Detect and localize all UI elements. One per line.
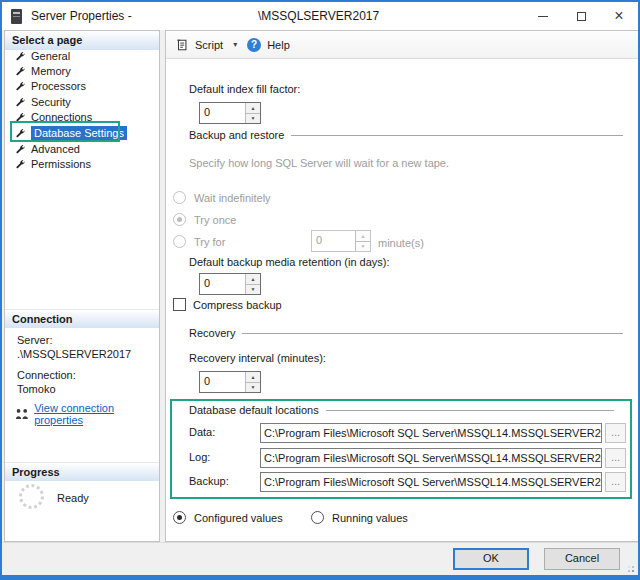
- maximize-icon: [577, 12, 586, 21]
- sidebar-item-label: Permissions: [31, 158, 91, 170]
- chevron-down-icon: ▾: [233, 40, 237, 49]
- radio-configured-values[interactable]: Configured values: [173, 511, 283, 524]
- spin-down-icon[interactable]: ▼: [246, 113, 260, 124]
- help-button[interactable]: ? Help: [247, 38, 290, 52]
- data-location-field[interactable]: C:\Program Files\Microsoft SQL Server\MS…: [260, 423, 602, 443]
- retention-spinner[interactable]: 0 ▲▼: [199, 273, 261, 295]
- spin-down-icon: ▼: [356, 241, 370, 252]
- view-connection-properties-label: View connection properties: [34, 402, 159, 426]
- sidebar-item-general[interactable]: General: [6, 48, 156, 64]
- window-title: Server Properties -: [31, 9, 132, 23]
- radio-try-for-label: Try for: [194, 236, 225, 248]
- wrench-icon: [15, 128, 26, 139]
- spin-up-icon[interactable]: ▲: [246, 372, 260, 382]
- radio-icon: [173, 213, 186, 226]
- sidebar-item-label: Memory: [31, 65, 71, 77]
- backup-location-label: Backup:: [189, 475, 229, 487]
- sidebar-item-label: Advanced: [31, 143, 80, 155]
- sidebar-item-label: Database Settings: [31, 126, 127, 140]
- sidebar-item-connections[interactable]: Connections: [6, 109, 156, 125]
- sidebar-item-advanced[interactable]: Advanced: [6, 141, 156, 157]
- fill-factor-spinner[interactable]: 0 ▲▼: [199, 102, 261, 124]
- group-divider: [291, 135, 623, 136]
- try-for-minutes-spinner: 0 ▲▼: [311, 230, 371, 252]
- toolbar: Script ▾ ? Help: [166, 31, 638, 59]
- radio-icon: [173, 511, 186, 524]
- footer: OK Cancel: [2, 542, 638, 575]
- radio-running-values[interactable]: Running values: [311, 511, 408, 524]
- script-button[interactable]: Script ▾: [175, 38, 241, 52]
- progress-header: Progress: [5, 462, 159, 481]
- server-icon: [11, 9, 22, 24]
- spinner-buttons: ▲▼: [245, 372, 260, 392]
- wrench-icon: [15, 81, 26, 92]
- help-button-label: Help: [267, 39, 290, 51]
- data-browse-button[interactable]: ...: [605, 423, 626, 443]
- ok-button[interactable]: OK: [453, 548, 529, 570]
- backup-browse-button[interactable]: ...: [605, 472, 626, 492]
- log-browse-button[interactable]: ...: [605, 448, 626, 468]
- close-button[interactable]: ×: [600, 2, 638, 30]
- wrench-icon: [15, 97, 26, 108]
- wrench-icon: [15, 51, 26, 62]
- running-values-label: Running values: [332, 512, 408, 524]
- sidebar-item-label: Security: [31, 96, 71, 108]
- sidebar-item-processors[interactable]: Processors: [6, 78, 156, 94]
- tape-hint-text: Specify how long SQL Server will wait fo…: [189, 157, 449, 169]
- radio-wait-label: Wait indefinitely: [194, 192, 271, 204]
- spin-down-icon[interactable]: ▼: [246, 284, 260, 295]
- checkbox-icon: [173, 298, 186, 311]
- radio-try-once-label: Try once: [194, 214, 236, 226]
- spin-down-icon[interactable]: ▼: [246, 382, 260, 393]
- compress-backup-label: Compress backup: [193, 299, 282, 311]
- compress-backup-checkbox[interactable]: Compress backup: [173, 298, 282, 311]
- sidebar-item-database-settings[interactable]: Database Settings: [6, 125, 156, 141]
- main-panel: Script ▾ ? Help Default index fill facto…: [165, 30, 639, 542]
- wrench-icon: [15, 144, 26, 155]
- log-location-field[interactable]: C:\Program Files\Microsoft SQL Server\MS…: [260, 448, 602, 468]
- configured-values-label: Configured values: [194, 512, 283, 524]
- fill-factor-label: Default index fill factor:: [189, 83, 300, 95]
- fill-factor-value: 0: [200, 103, 245, 123]
- connection-properties-icon: [15, 408, 29, 421]
- log-location-label: Log:: [189, 451, 210, 463]
- data-location-label: Data:: [189, 426, 215, 438]
- backup-restore-label: Backup and restore: [189, 129, 284, 141]
- retention-label: Default backup media retention (in days)…: [189, 256, 390, 268]
- cancel-button[interactable]: Cancel: [544, 548, 620, 570]
- minimize-button[interactable]: [524, 2, 562, 30]
- sidebar: Select a page General Memory Processors …: [4, 30, 160, 542]
- recovery-group-header: Recovery: [189, 327, 623, 339]
- radio-wait-indefinitely: Wait indefinitely: [173, 191, 271, 204]
- default-locations-group-header: Database default locations: [189, 404, 614, 416]
- backup-restore-group-header: Backup and restore: [189, 129, 623, 141]
- sidebar-item-label: General: [31, 50, 70, 62]
- server-label: Server:: [17, 334, 52, 346]
- script-button-label: Script: [195, 39, 223, 51]
- retention-value: 0: [200, 274, 245, 294]
- spin-up-icon: ▲: [356, 231, 370, 241]
- sidebar-item-label: Processors: [31, 80, 86, 92]
- default-locations-label: Database default locations: [189, 404, 319, 416]
- spin-up-icon[interactable]: ▲: [246, 103, 260, 113]
- backup-location-field[interactable]: C:\Program Files\Microsoft SQL Server\MS…: [260, 472, 602, 492]
- spinner-buttons: ▲▼: [245, 274, 260, 294]
- group-divider: [326, 410, 614, 411]
- window-controls: ×: [524, 2, 638, 30]
- sidebar-item-memory[interactable]: Memory: [6, 63, 156, 79]
- recovery-interval-value: 0: [200, 372, 245, 392]
- recovery-label: Recovery: [189, 327, 235, 339]
- maximize-button[interactable]: [562, 2, 600, 30]
- help-icon: ?: [247, 38, 261, 52]
- sidebar-item-permissions[interactable]: Permissions: [6, 156, 156, 172]
- spin-up-icon[interactable]: ▲: [246, 274, 260, 284]
- group-divider: [242, 333, 623, 334]
- server-value: .\MSSQLSERVER2017: [17, 348, 131, 360]
- minutes-label: minute(s): [378, 237, 424, 249]
- view-connection-properties-link[interactable]: View connection properties: [15, 402, 159, 426]
- radio-icon: [173, 235, 186, 248]
- recovery-interval-spinner[interactable]: 0 ▲▼: [199, 371, 261, 393]
- sidebar-item-security[interactable]: Security: [6, 94, 156, 110]
- minimize-icon: [538, 16, 548, 17]
- resize-grip[interactable]: [625, 563, 635, 573]
